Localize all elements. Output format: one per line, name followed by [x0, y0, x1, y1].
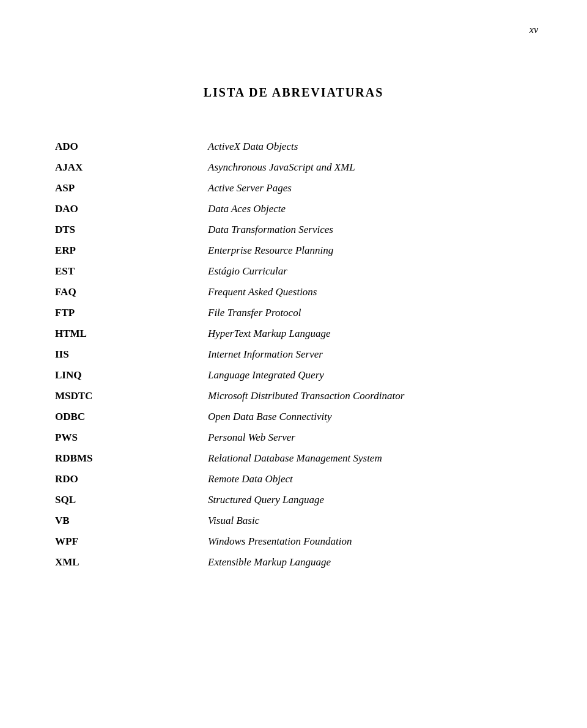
abbreviation-full: Relational Database Management System: [171, 448, 538, 469]
table-row: FTPFile Transfer Protocol: [49, 303, 538, 323]
page-number: xv: [530, 24, 538, 35]
table-row: FAQFrequent Asked Questions: [49, 282, 538, 303]
abbreviation-term: ERP: [49, 240, 171, 261]
abbreviation-term: LINQ: [49, 365, 171, 386]
abbreviation-term: WPF: [49, 531, 171, 552]
abbreviation-term: RDBMS: [49, 448, 171, 469]
abbreviation-term: IIS: [49, 344, 171, 365]
abbreviation-full: Internet Information Server: [171, 344, 538, 365]
abbreviation-term: AJAX: [49, 157, 171, 178]
abbreviation-term: ASP: [49, 178, 171, 199]
abbreviation-full: Personal Web Server: [171, 427, 538, 448]
abbreviation-full: Active Server Pages: [171, 178, 538, 199]
abbreviation-term: DAO: [49, 199, 171, 219]
abbreviation-full: HyperText Markup Language: [171, 323, 538, 344]
abbreviation-full: Open Data Base Connectivity: [171, 406, 538, 427]
abbreviation-full: Enterprise Resource Planning: [171, 240, 538, 261]
table-row: PWSPersonal Web Server: [49, 427, 538, 448]
table-row: ASPActive Server Pages: [49, 178, 538, 199]
abbreviation-term: PWS: [49, 427, 171, 448]
abbreviation-term: SQL: [49, 490, 171, 510]
table-row: XMLExtensible Markup Language: [49, 552, 538, 573]
table-row: MSDTCMicrosoft Distributed Transaction C…: [49, 386, 538, 406]
abbreviation-term: RDO: [49, 469, 171, 490]
abbreviation-full: File Transfer Protocol: [171, 303, 538, 323]
abbreviation-term: ADO: [49, 136, 171, 157]
abbreviation-full: Data Transformation Services: [171, 219, 538, 240]
abbreviation-full: Estágio Curricular: [171, 261, 538, 282]
table-row: LINQLanguage Integrated Query: [49, 365, 538, 386]
abbreviation-term: VB: [49, 510, 171, 531]
abbreviation-full: Remote Data Object: [171, 469, 538, 490]
abbreviation-full: Data Aces Objecte: [171, 199, 538, 219]
table-row: AJAXAsynchronous JavaScript and XML: [49, 157, 538, 178]
table-row: RDBMSRelational Database Management Syst…: [49, 448, 538, 469]
abbreviation-term: FAQ: [49, 282, 171, 303]
abbreviation-full: Structured Query Language: [171, 490, 538, 510]
abbreviation-full: ActiveX Data Objects: [171, 136, 538, 157]
table-row: DTSData Transformation Services: [49, 219, 538, 240]
abbreviation-full: Visual Basic: [171, 510, 538, 531]
page-title: LISTA DE ABREVIATURAS: [49, 86, 538, 100]
abbreviation-full: Asynchronous JavaScript and XML: [171, 157, 538, 178]
table-row: ODBCOpen Data Base Connectivity: [49, 406, 538, 427]
table-row: WPFWindows Presentation Foundation: [49, 531, 538, 552]
table-row: DAOData Aces Objecte: [49, 199, 538, 219]
abbreviation-full: Windows Presentation Foundation: [171, 531, 538, 552]
abbreviation-full: Microsoft Distributed Transaction Coordi…: [171, 386, 538, 406]
abbreviation-term: FTP: [49, 303, 171, 323]
table-row: IISInternet Information Server: [49, 344, 538, 365]
abbreviation-term: XML: [49, 552, 171, 573]
abbreviations-table: ADOActiveX Data ObjectsAJAXAsynchronous …: [49, 136, 538, 573]
abbreviation-full: Extensible Markup Language: [171, 552, 538, 573]
table-row: ERPEnterprise Resource Planning: [49, 240, 538, 261]
abbreviation-full: Frequent Asked Questions: [171, 282, 538, 303]
abbreviation-term: DTS: [49, 219, 171, 240]
abbreviation-term: HTML: [49, 323, 171, 344]
table-row: SQLStructured Query Language: [49, 490, 538, 510]
table-row: ESTEstágio Curricular: [49, 261, 538, 282]
table-row: VBVisual Basic: [49, 510, 538, 531]
abbreviation-term: EST: [49, 261, 171, 282]
table-row: HTMLHyperText Markup Language: [49, 323, 538, 344]
abbreviation-full: Language Integrated Query: [171, 365, 538, 386]
table-row: RDORemote Data Object: [49, 469, 538, 490]
table-row: ADOActiveX Data Objects: [49, 136, 538, 157]
abbreviation-term: MSDTC: [49, 386, 171, 406]
abbreviation-term: ODBC: [49, 406, 171, 427]
